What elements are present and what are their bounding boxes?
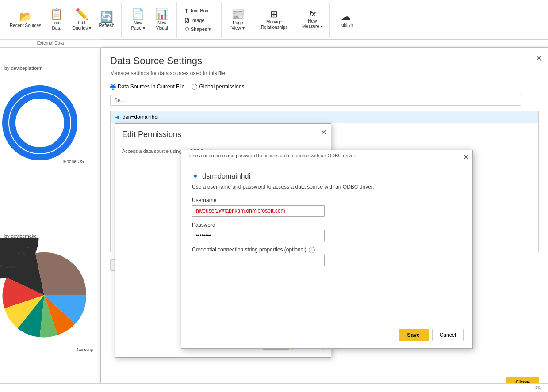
list-item-text: dsn=domainhdi [123, 114, 159, 120]
edit-queries-icon: ✏️ [75, 9, 88, 19]
toolbar-group-insert: T Text Box 🖼 Image ⬡ Shapes ▾ [179, 2, 222, 38]
refresh-button[interactable]: 🔄 Refresh [96, 10, 118, 30]
dss-radio-section: Data Sources in Current File Global perm… [101, 82, 548, 93]
dss-search-input[interactable] [110, 95, 521, 106]
chart1-title: by deviceplatform [4, 65, 42, 71]
password-group: Password [192, 222, 462, 241]
list-item-arrow: ◀ [115, 114, 119, 120]
dss-modal: ✕ Data Source Settings Manage settings f… [101, 48, 548, 392]
chart1-label: iPhone OS [63, 159, 84, 164]
image-label: Image [191, 18, 205, 23]
toolbar-group-relationships: ⊞ ManageRelationships [255, 2, 294, 38]
cred-string-input[interactable] [192, 255, 325, 266]
status-bar: 0% [0, 383, 548, 392]
publish-button[interactable]: ☁ Publish [335, 10, 357, 30]
left-panel: by deviceplatform iPhone OS by devicemak… [0, 48, 101, 391]
enter-data-label: EnterData [51, 20, 62, 31]
new-visual-icon: 📊 [155, 9, 169, 19]
ep-close-button[interactable]: ✕ [321, 128, 326, 137]
pie-chart [0, 238, 101, 353]
text-box-icon: T [185, 8, 188, 14]
shapes-icon: ⬡ [185, 27, 189, 32]
odbc-footer: Save Cancel [399, 329, 464, 341]
text-box-button[interactable]: T Text Box [182, 6, 218, 15]
enter-data-button[interactable]: 📋 EnterData [46, 7, 68, 33]
password-input[interactable] [192, 230, 325, 241]
new-page-label: NewPage ▾ [131, 20, 145, 31]
donut-chart-container: iPhone OS [0, 74, 88, 173]
pie-label-motorola: Motorola [0, 264, 15, 269]
odbc-close-button[interactable]: ✕ [463, 153, 469, 161]
manage-relationships-icon: ⊞ [270, 10, 278, 19]
insert-small-group: T Text Box 🖼 Image ⬡ Shapes ▾ [182, 6, 218, 34]
recent-sources-button[interactable]: 📂 Recent Sources [7, 10, 44, 30]
new-page-icon: 📄 [131, 9, 145, 19]
odbc-dsn-icon: ✦ [192, 171, 199, 181]
toolbar-group-calculations: fx NewMeasure ▾ [296, 2, 330, 38]
pie-label-casio: Casio [27, 247, 37, 251]
edit-queries-button[interactable]: ✏️ EditQueries ▾ [69, 7, 94, 33]
image-button[interactable]: 🖼 Image [182, 16, 218, 24]
enter-data-icon: 📋 [50, 9, 63, 19]
pie-label-samsung: Samsung [76, 347, 93, 352]
radio-current-file-label: Data Sources in Current File [118, 84, 184, 90]
radio-current-file-input[interactable] [110, 84, 116, 90]
toolbar: 📂 Recent Sources 📋 EnterData ✏️ EditQuer… [0, 0, 548, 40]
odbc-dsn-title: ✦ dsn=domainhdi [192, 171, 462, 181]
refresh-label: Refresh [99, 23, 114, 28]
new-measure-label: NewMeasure ▾ [302, 19, 323, 29]
radio-global[interactable]: Global permissions [192, 84, 244, 90]
toolbar-group-pages: 📄 NewPage ▾ 📊 NewVisual [123, 2, 177, 38]
publish-label: Publish [338, 23, 353, 28]
cred-label-text: Credential connection string properties … [192, 247, 307, 253]
radio-global-input[interactable] [192, 84, 197, 90]
odbc-header-desc: Use a username and password to access a … [185, 153, 463, 161]
info-icon[interactable]: i [309, 247, 315, 253]
odbc-dsn-label: dsn=domainhdi [202, 172, 250, 180]
new-measure-button[interactable]: fx NewMeasure ▾ [299, 9, 326, 31]
text-box-label: Text Box [190, 8, 208, 13]
page-view-button[interactable]: 📰 PageView ▾ [227, 7, 249, 33]
radio-global-label: Global permissions [199, 84, 244, 90]
odbc-cancel-button[interactable]: Cancel [432, 329, 464, 341]
image-icon: 🖼 [185, 18, 190, 23]
dss-close-button[interactable]: ✕ [536, 53, 542, 63]
odbc-header-bar: Use a username and password to access a … [181, 150, 472, 164]
svg-point-2 [22, 105, 57, 141]
status-text: 0% [535, 385, 541, 390]
radio-current-file[interactable]: Data Sources in Current File [110, 84, 184, 90]
recent-sources-icon: 📂 [19, 11, 32, 22]
new-page-button[interactable]: 📄 NewPage ▾ [127, 7, 149, 33]
new-visual-button[interactable]: 📊 NewVisual [151, 7, 173, 33]
page-view-label: PageView ▾ [231, 20, 244, 31]
edit-queries-label: EditQueries ▾ [72, 20, 91, 31]
username-group: Username [192, 197, 462, 217]
pie-chart-container: Casio HTC Motorola RIM LG Samsung [0, 238, 101, 354]
username-label: Username [192, 197, 462, 203]
dss-subtitle: Manage settings for data sources used in… [101, 70, 548, 82]
manage-relationships-button[interactable]: ⊞ ManageRelationships [258, 8, 290, 32]
cred-string-group: Credential connection string properties … [192, 247, 462, 266]
odbc-body: ✦ dsn=domainhdi Use a username and passw… [181, 164, 472, 279]
cred-string-label: Credential connection string properties … [192, 247, 462, 253]
toolbar-group-view: 📰 PageView ▾ [223, 2, 253, 38]
toolbar-group-share: ☁ Publish [331, 2, 360, 38]
shapes-label: Shapes ▾ [191, 27, 211, 32]
publish-icon: ☁ [341, 12, 351, 22]
new-measure-icon: fx [309, 11, 315, 18]
page-view-icon: 📰 [231, 9, 245, 19]
external-data-label: External Data [0, 39, 101, 46]
password-label: Password [192, 222, 462, 228]
username-input[interactable] [192, 205, 325, 217]
dss-list-item[interactable]: ◀ dsn=domainhdi [111, 111, 538, 123]
manage-relationships-label: ManageRelationships [261, 19, 287, 30]
new-visual-label: NewVisual [156, 20, 168, 31]
odbc-desc2: Use a username and password to access a … [192, 184, 462, 190]
recent-sources-label: Recent Sources [10, 23, 41, 28]
odbc-save-button[interactable]: Save [399, 329, 429, 341]
shapes-button[interactable]: ⬡ Shapes ▾ [182, 25, 218, 34]
toolbar-group-external: 📂 Recent Sources 📋 EnterData ✏️ EditQuer… [4, 2, 122, 38]
refresh-icon: 🔄 [100, 11, 113, 22]
dss-title: Data Source Settings [101, 48, 548, 70]
odbc-dialog: Use a username and password to access a … [181, 150, 473, 349]
